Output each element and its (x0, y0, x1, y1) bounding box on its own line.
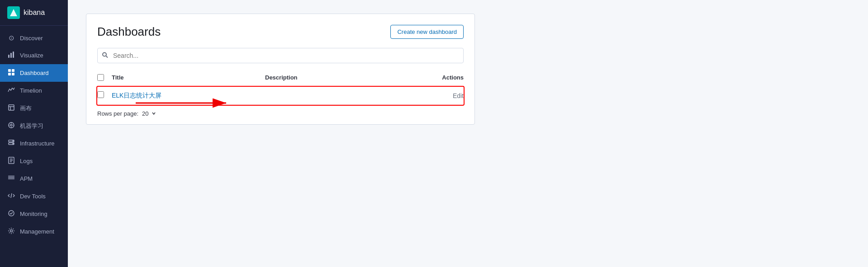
select-all-checkbox-col (97, 74, 112, 83)
rows-per-page-label: Rows per page: (97, 110, 138, 117)
svg-rect-8 (9, 105, 14, 110)
sidebar-item-label-logs: Logs (20, 158, 33, 164)
sidebar-item-label-monitoring: Monitoring (20, 211, 47, 217)
svg-rect-4 (8, 69, 11, 72)
select-all-checkbox[interactable] (97, 74, 104, 81)
dashboards-panel: Dashboards Create new dashboard Title De… (86, 14, 475, 125)
ml-icon (7, 122, 15, 130)
sidebar-item-label-infrastructure: Infrastructure (20, 140, 55, 147)
svg-rect-7 (12, 73, 14, 75)
create-new-dashboard-button[interactable]: Create new dashboard (390, 25, 464, 39)
sidebar-item-label-dashboard: Dashboard (20, 70, 49, 76)
sidebar-item-timelion[interactable]: Timelion (0, 82, 68, 99)
svg-point-12 (10, 124, 12, 126)
logo-text: kibana (24, 9, 45, 17)
svg-point-30 (10, 230, 13, 232)
logs-icon (7, 157, 15, 165)
dashboard-table: Title Description Actions ELK日志统计大屏 Edit (97, 70, 464, 105)
sidebar-item-label-devtools: Dev Tools (20, 193, 46, 200)
sidebar-item-infrastructure[interactable]: Infrastructure (0, 135, 68, 152)
svg-line-32 (106, 56, 108, 58)
panel-header: Dashboards Create new dashboard (97, 25, 464, 39)
main-content: Dashboards Create new dashboard Title De… (68, 0, 868, 267)
row-checkbox[interactable] (97, 91, 104, 98)
svg-rect-5 (12, 69, 14, 72)
sidebar-item-ml[interactable]: 机器学习 (0, 117, 68, 135)
table-row: ELK日志统计大屏 Edit (97, 87, 464, 105)
sidebar-item-logs[interactable]: Logs (0, 152, 68, 170)
row-actions: Edit (418, 92, 464, 99)
app-logo[interactable]: kibana (0, 0, 68, 26)
dashboard-icon (7, 69, 15, 77)
sidebar-item-label-management: Management (20, 228, 54, 235)
monitoring-icon (7, 210, 15, 218)
svg-line-28 (11, 193, 12, 198)
logo-icon (7, 6, 20, 19)
svg-rect-6 (8, 73, 11, 75)
sidebar-item-label-timelion: Timelion (20, 87, 42, 94)
sidebar-item-monitoring[interactable]: Monitoring (0, 205, 68, 223)
sidebar-item-visualize[interactable]: Visualize (0, 47, 68, 64)
visualize-icon (7, 51, 15, 60)
sidebar-item-label-apm: APM (20, 175, 33, 182)
table-header: Title Description Actions (97, 70, 464, 87)
svg-rect-3 (13, 52, 14, 58)
apm-icon (7, 174, 15, 183)
sidebar-item-canvas[interactable]: 画布 (0, 99, 68, 117)
management-icon (7, 227, 15, 236)
timelion-icon (7, 86, 15, 95)
svg-rect-25 (8, 177, 14, 178)
col-header-title: Title (112, 74, 265, 83)
row-title-col: ELK日志统计大屏 (112, 91, 265, 100)
col-header-actions: Actions (418, 74, 464, 83)
svg-point-31 (103, 53, 106, 56)
chevron-down-icon (152, 110, 156, 117)
row-checkbox-col (97, 91, 112, 100)
sidebar-item-discover[interactable]: ⊙ Discover (0, 29, 68, 47)
sidebar-item-management[interactable]: Management (0, 223, 68, 240)
svg-rect-26 (8, 178, 14, 179)
rows-per-page-value: 20 (142, 110, 148, 117)
rows-per-page[interactable]: Rows per page: 20 (97, 110, 464, 117)
discover-icon: ⊙ (7, 34, 15, 42)
canvas-icon (7, 104, 15, 112)
sidebar-item-label-discover: Discover (20, 35, 43, 42)
search-container (97, 48, 464, 63)
svg-rect-27 (8, 176, 14, 177)
svg-rect-1 (8, 55, 9, 58)
edit-button[interactable]: Edit (453, 92, 464, 99)
sidebar-item-label-visualize: Visualize (20, 52, 43, 59)
svg-marker-0 (10, 9, 17, 16)
sidebar-navigation: ⊙ Discover Visualize (0, 26, 68, 267)
infrastructure-icon (7, 139, 15, 148)
devtools-icon (7, 192, 15, 201)
svg-point-19 (13, 141, 14, 141)
sidebar-item-dashboard[interactable]: Dashboard (0, 64, 68, 82)
sidebar: kibana ⊙ Discover Visualize (0, 0, 68, 267)
svg-point-20 (13, 143, 14, 144)
search-icon (102, 52, 108, 60)
sidebar-item-label-ml: 机器学习 (20, 122, 43, 130)
sidebar-item-devtools[interactable]: Dev Tools (0, 187, 68, 205)
svg-rect-2 (10, 53, 12, 58)
sidebar-item-label-canvas: 画布 (20, 104, 32, 112)
sidebar-item-apm[interactable]: APM (0, 170, 68, 187)
page-title: Dashboards (97, 25, 161, 39)
dashboard-link[interactable]: ELK日志统计大屏 (112, 92, 161, 99)
col-header-description: Description (265, 74, 418, 83)
search-input[interactable] (97, 48, 464, 63)
